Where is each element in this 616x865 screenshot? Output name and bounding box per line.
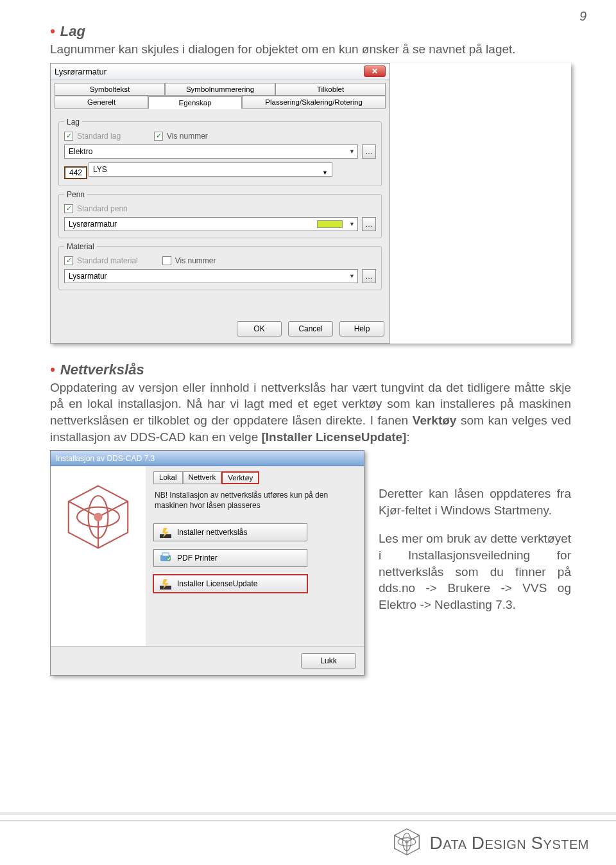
section-heading-nettverkslas: • Nettverkslås (50, 362, 571, 378)
svg-point-16 (406, 840, 409, 844)
checkbox-vis-nummer-material[interactable]: ✓ (162, 256, 171, 265)
btn-installer-nettverkslas[interactable]: Installer nettverkslås (153, 523, 307, 541)
dialog2-graphic-panel (51, 466, 146, 646)
tab-symboltekst[interactable]: Symboltekst (55, 83, 165, 96)
group-lag-legend: Lag (64, 118, 82, 127)
chevron-down-icon: ▼ (322, 166, 328, 179)
page-footer: DATA DESIGN SYSTEM (0, 820, 616, 865)
group-material: Material ✓ Standard material ✓ Vis numme… (58, 242, 382, 290)
dialog2-title: Installasjon av DDS-CAD 7.3 (56, 454, 155, 463)
footer-brand: DATA DESIGN SYSTEM (429, 833, 589, 853)
heading-nett-text: Nettverkslås (60, 362, 144, 378)
tab-row-top: Symboltekst Symbolnummerering Tilkoblet (51, 80, 389, 96)
tab-egenskap[interactable]: Egenskap (148, 96, 242, 109)
section-heading-lag: • Lag (50, 23, 571, 40)
dropdown-penn[interactable]: Lysrørarmatur ▼ (64, 217, 358, 231)
label-vis-nummer-lag: Vis nummer (167, 132, 208, 141)
chevron-down-icon: ▼ (349, 148, 355, 155)
btn1-label: Installer nettverkslås (177, 528, 247, 537)
label-standard-material: Standard material (77, 256, 138, 265)
bullet-icon: • (50, 23, 55, 39)
ok-button[interactable]: OK (237, 321, 282, 336)
dropdown-lag-elektro[interactable]: Elektro ▼ (64, 144, 358, 159)
btn-pdf-printer[interactable]: PDF Printer (153, 549, 307, 567)
lightning-icon (159, 526, 172, 539)
cancel-button[interactable]: Cancel (288, 321, 333, 336)
field-lagnummer-442: 442 (64, 166, 87, 179)
tab-symbolnummerering[interactable]: Symbolnummerering (165, 83, 275, 96)
dropdown-material[interactable]: Lysarmatur ▼ (64, 269, 358, 283)
group-material-legend: Material (64, 242, 97, 251)
group-penn: Penn ✓ Standard penn Lysrørarmatur ▼ … (58, 190, 382, 238)
checkbox-standard-material[interactable]: ✓ (64, 256, 73, 265)
browse-button-lag[interactable]: … (362, 144, 376, 159)
tab-plassering[interactable]: Plassering/Skalering/Rotering (242, 96, 386, 109)
lukk-button[interactable]: Lukk (301, 653, 356, 668)
group-lag: Lag ✓ Standard lag ✓ Vis nummer Elektro … (58, 118, 382, 186)
heading-lag-text: Lag (60, 23, 85, 39)
label-standard-lag: Standard lag (77, 132, 121, 141)
chevron-down-icon: ▼ (349, 221, 355, 227)
close-icon[interactable]: ✕ (364, 66, 386, 77)
side-text-column: Deretter kan låsen oppdateres fra Kjør-f… (379, 450, 571, 622)
dropdown-lag-value: Elektro (69, 147, 92, 156)
dropdown-material-value: Lysarmatur (69, 272, 107, 281)
side-para-1: Deretter kan låsen oppdateres fra Kjør-f… (379, 485, 571, 518)
page-number: 9 (579, 9, 586, 24)
btn-installer-licenseupdate[interactable]: Installer LicenseUpdate (153, 575, 307, 593)
dropdown-penn-value: Lysrørarmatur (69, 220, 117, 229)
color-swatch-penn (317, 220, 343, 228)
dialog2-note: NB! Installasjon av nettverkslås utføres… (155, 491, 355, 511)
dialog1-title: Lysrørarmatur (55, 67, 364, 76)
tab-nettverk[interactable]: Nettverk (183, 471, 222, 484)
checkbox-vis-nummer-lag[interactable]: ✓ (154, 132, 163, 141)
tab-lokal[interactable]: Lokal (153, 471, 183, 484)
browse-button-material[interactable]: … (362, 269, 376, 283)
side-para-2: Les mer om bruk av dette verktøyet i Ins… (379, 530, 571, 613)
btn3-label: Installer LicenseUpdate (177, 579, 257, 588)
dropdown-lys-value: LYS (93, 165, 107, 174)
section-nett-body: Oppdatering av versjon eller innhold i n… (50, 380, 571, 446)
btn2-label: PDF Printer (177, 554, 218, 563)
tab-row-bottom: Generelt Egenskap Plassering/Skalering/R… (51, 96, 389, 109)
pdf-printer-icon (159, 552, 172, 564)
bullet-icon: • (50, 362, 55, 378)
lightning-icon (159, 577, 172, 590)
tab-tilkoblet[interactable]: Tilkoblet (275, 83, 386, 96)
dialog-lysrorarmatur: Lysrørarmatur ✕ Symboltekst Symbolnummer… (50, 63, 390, 344)
label-vis-nummer-material: Vis nummer (175, 256, 216, 265)
checkbox-standard-lag[interactable]: ✓ (64, 132, 73, 141)
tab-generelt[interactable]: Generelt (55, 96, 148, 109)
checkbox-standard-penn[interactable]: ✓ (64, 204, 73, 213)
dialog-installasjon: Installasjon av DDS-CAD 7.3 (50, 450, 364, 676)
dds-logo-icon (392, 827, 422, 859)
dropdown-lys[interactable]: LYS ▼ (89, 162, 332, 177)
section-lag-body: Lagnummer kan skjules i dialogen for obj… (50, 41, 571, 58)
group-penn-legend: Penn (64, 190, 87, 199)
browse-button-penn[interactable]: … (362, 217, 376, 231)
dds-cube-icon (63, 482, 133, 552)
chevron-down-icon: ▼ (349, 273, 355, 279)
svg-point-4 (94, 513, 102, 521)
label-standard-penn: Standard penn (77, 204, 128, 213)
tab-verktoy[interactable]: Verktøy (221, 471, 259, 484)
help-button[interactable]: Help (339, 321, 384, 336)
svg-rect-8 (162, 553, 169, 556)
